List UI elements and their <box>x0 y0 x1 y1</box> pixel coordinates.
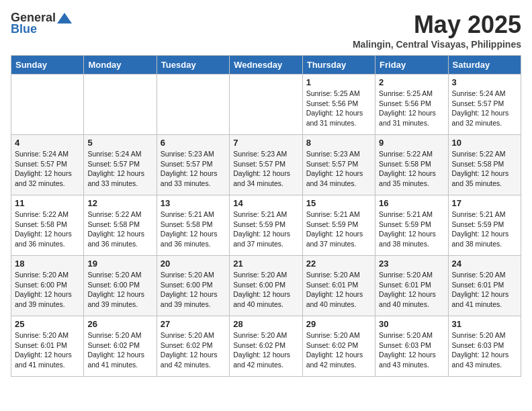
day-number: 2 <box>379 77 444 87</box>
day-detail: Sunrise: 5:20 AM Sunset: 6:02 PM Dayligh… <box>87 330 152 370</box>
days-header-row: SundayMondayTuesdayWednesdayThursdayFrid… <box>11 56 521 75</box>
week-row-2: 4Sunrise: 5:24 AM Sunset: 5:57 PM Daylig… <box>11 135 521 195</box>
day-number: 1 <box>306 77 371 87</box>
day-number: 5 <box>87 138 152 148</box>
table-cell <box>84 75 157 135</box>
day-detail: Sunrise: 5:20 AM Sunset: 6:01 PM Dayligh… <box>15 330 80 370</box>
day-detail: Sunrise: 5:21 AM Sunset: 5:59 PM Dayligh… <box>379 210 444 249</box>
week-row-1: 1Sunrise: 5:25 AM Sunset: 5:56 PM Daylig… <box>11 75 521 135</box>
day-number: 28 <box>233 319 298 329</box>
table-cell: 17Sunrise: 5:21 AM Sunset: 5:59 PM Dayli… <box>448 195 521 256</box>
table-cell: 21Sunrise: 5:20 AM Sunset: 6:00 PM Dayli… <box>230 256 302 316</box>
day-detail: Sunrise: 5:25 AM Sunset: 5:56 PM Dayligh… <box>306 89 371 128</box>
header-friday: Friday <box>375 56 448 75</box>
day-detail: Sunrise: 5:22 AM Sunset: 5:58 PM Dayligh… <box>15 210 80 249</box>
day-detail: Sunrise: 5:20 AM Sunset: 6:01 PM Dayligh… <box>379 270 444 310</box>
svg-marker-0 <box>57 13 72 24</box>
table-cell: 24Sunrise: 5:20 AM Sunset: 6:01 PM Dayli… <box>448 256 521 316</box>
table-cell: 7Sunrise: 5:23 AM Sunset: 5:57 PM Daylig… <box>230 135 302 195</box>
table-cell: 18Sunrise: 5:20 AM Sunset: 6:00 PM Dayli… <box>11 256 84 316</box>
day-number: 3 <box>452 77 517 87</box>
table-cell: 10Sunrise: 5:22 AM Sunset: 5:58 PM Dayli… <box>448 135 521 195</box>
day-number: 13 <box>161 198 226 208</box>
day-number: 7 <box>233 138 298 148</box>
table-cell: 5Sunrise: 5:24 AM Sunset: 5:57 PM Daylig… <box>84 135 157 195</box>
table-cell: 27Sunrise: 5:20 AM Sunset: 6:02 PM Dayli… <box>157 316 229 377</box>
table-cell: 15Sunrise: 5:21 AM Sunset: 5:59 PM Dayli… <box>302 195 375 256</box>
table-cell: 8Sunrise: 5:23 AM Sunset: 5:57 PM Daylig… <box>302 135 375 195</box>
table-cell: 6Sunrise: 5:23 AM Sunset: 5:57 PM Daylig… <box>157 135 229 195</box>
day-number: 29 <box>306 319 371 329</box>
day-number: 27 <box>161 319 226 329</box>
logo: General Blue <box>11 11 72 36</box>
day-number: 16 <box>379 198 444 208</box>
day-detail: Sunrise: 5:24 AM Sunset: 5:57 PM Dayligh… <box>15 149 80 189</box>
day-detail: Sunrise: 5:20 AM Sunset: 6:00 PM Dayligh… <box>161 270 226 310</box>
day-number: 24 <box>452 259 517 269</box>
day-detail: Sunrise: 5:23 AM Sunset: 5:57 PM Dayligh… <box>306 149 371 189</box>
day-number: 9 <box>379 138 444 148</box>
header-saturday: Saturday <box>448 56 521 75</box>
day-detail: Sunrise: 5:24 AM Sunset: 5:57 PM Dayligh… <box>87 149 152 189</box>
table-cell <box>230 75 302 135</box>
table-cell: 25Sunrise: 5:20 AM Sunset: 6:01 PM Dayli… <box>11 316 84 377</box>
day-detail: Sunrise: 5:21 AM Sunset: 5:59 PM Dayligh… <box>233 210 298 249</box>
day-detail: Sunrise: 5:20 AM Sunset: 6:02 PM Dayligh… <box>161 330 226 370</box>
table-cell: 26Sunrise: 5:20 AM Sunset: 6:02 PM Dayli… <box>84 316 157 377</box>
logo-icon <box>57 11 72 25</box>
day-detail: Sunrise: 5:22 AM Sunset: 5:58 PM Dayligh… <box>452 149 517 189</box>
day-detail: Sunrise: 5:21 AM Sunset: 5:59 PM Dayligh… <box>306 210 371 249</box>
day-detail: Sunrise: 5:20 AM Sunset: 6:00 PM Dayligh… <box>87 270 152 310</box>
week-row-4: 18Sunrise: 5:20 AM Sunset: 6:00 PM Dayli… <box>11 256 521 316</box>
page-header: General Blue May 2025 Malingin, Central … <box>11 11 521 50</box>
day-detail: Sunrise: 5:22 AM Sunset: 5:58 PM Dayligh… <box>87 210 152 249</box>
day-detail: Sunrise: 5:23 AM Sunset: 5:57 PM Dayligh… <box>161 149 226 189</box>
day-detail: Sunrise: 5:24 AM Sunset: 5:57 PM Dayligh… <box>452 89 517 128</box>
day-detail: Sunrise: 5:20 AM Sunset: 6:02 PM Dayligh… <box>306 330 371 370</box>
day-number: 17 <box>452 198 517 208</box>
day-detail: Sunrise: 5:21 AM Sunset: 5:58 PM Dayligh… <box>161 210 226 249</box>
day-number: 20 <box>161 259 226 269</box>
header-sunday: Sunday <box>11 56 84 75</box>
day-detail: Sunrise: 5:25 AM Sunset: 5:56 PM Dayligh… <box>379 89 444 128</box>
table-cell: 22Sunrise: 5:20 AM Sunset: 6:01 PM Dayli… <box>302 256 375 316</box>
header-thursday: Thursday <box>302 56 375 75</box>
day-number: 21 <box>233 259 298 269</box>
table-cell: 1Sunrise: 5:25 AM Sunset: 5:56 PM Daylig… <box>302 75 375 135</box>
table-cell: 13Sunrise: 5:21 AM Sunset: 5:58 PM Dayli… <box>157 195 229 256</box>
table-cell: 31Sunrise: 5:20 AM Sunset: 6:03 PM Dayli… <box>448 316 521 377</box>
calendar-table: SundayMondayTuesdayWednesdayThursdayFrid… <box>11 55 521 377</box>
day-number: 12 <box>87 198 152 208</box>
day-detail: Sunrise: 5:22 AM Sunset: 5:58 PM Dayligh… <box>379 149 444 189</box>
month-title: May 2025 <box>353 11 521 39</box>
table-cell: 3Sunrise: 5:24 AM Sunset: 5:57 PM Daylig… <box>448 75 521 135</box>
table-cell: 2Sunrise: 5:25 AM Sunset: 5:56 PM Daylig… <box>375 75 448 135</box>
table-cell: 16Sunrise: 5:21 AM Sunset: 5:59 PM Dayli… <box>375 195 448 256</box>
table-cell: 30Sunrise: 5:20 AM Sunset: 6:03 PM Dayli… <box>375 316 448 377</box>
header-wednesday: Wednesday <box>230 56 302 75</box>
day-number: 23 <box>379 259 444 269</box>
day-number: 6 <box>161 138 226 148</box>
table-cell: 12Sunrise: 5:22 AM Sunset: 5:58 PM Dayli… <box>84 195 157 256</box>
day-number: 31 <box>452 319 517 329</box>
table-cell <box>157 75 229 135</box>
day-number: 14 <box>233 198 298 208</box>
day-detail: Sunrise: 5:20 AM Sunset: 6:03 PM Dayligh… <box>452 330 517 370</box>
table-cell: 14Sunrise: 5:21 AM Sunset: 5:59 PM Dayli… <box>230 195 302 256</box>
week-row-3: 11Sunrise: 5:22 AM Sunset: 5:58 PM Dayli… <box>11 195 521 256</box>
day-detail: Sunrise: 5:20 AM Sunset: 6:02 PM Dayligh… <box>233 330 298 370</box>
day-detail: Sunrise: 5:21 AM Sunset: 5:59 PM Dayligh… <box>452 210 517 249</box>
table-cell <box>11 75 84 135</box>
day-number: 4 <box>15 138 80 148</box>
day-detail: Sunrise: 5:20 AM Sunset: 6:00 PM Dayligh… <box>15 270 80 310</box>
day-detail: Sunrise: 5:20 AM Sunset: 6:01 PM Dayligh… <box>306 270 371 310</box>
day-number: 15 <box>306 198 371 208</box>
day-number: 8 <box>306 138 371 148</box>
table-cell: 20Sunrise: 5:20 AM Sunset: 6:00 PM Dayli… <box>157 256 229 316</box>
day-number: 18 <box>15 259 80 269</box>
day-detail: Sunrise: 5:20 AM Sunset: 6:01 PM Dayligh… <box>452 270 517 310</box>
table-cell: 23Sunrise: 5:20 AM Sunset: 6:01 PM Dayli… <box>375 256 448 316</box>
logo-blue: Blue <box>11 22 37 36</box>
table-cell: 19Sunrise: 5:20 AM Sunset: 6:00 PM Dayli… <box>84 256 157 316</box>
day-detail: Sunrise: 5:20 AM Sunset: 6:03 PM Dayligh… <box>379 330 444 370</box>
